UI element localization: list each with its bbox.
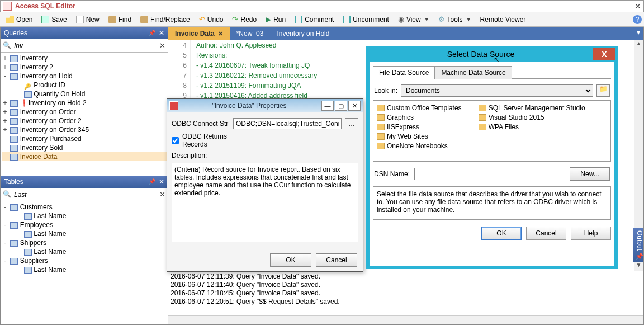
pin-icon[interactable]: 📌 — [149, 178, 155, 185]
tree-item[interactable]: + Inventory on Order — [2, 107, 167, 116]
scroll-up-icon[interactable]: ▲ — [634, 40, 643, 49]
close-tab-icon[interactable]: ✕ — [218, 30, 223, 37]
query-icon — [10, 109, 18, 116]
tree-item[interactable]: - Inventory on Hold — [2, 72, 167, 81]
redo-button[interactable]: ↷Redo — [228, 13, 261, 25]
scroll-down-icon[interactable]: ▼ — [634, 262, 643, 271]
tables-header-label: Tables — [4, 178, 149, 186]
folder-item[interactable]: WPA Files — [479, 123, 585, 131]
tree-item[interactable]: - Shippers — [2, 238, 167, 247]
pin-icon[interactable]: 📌 — [149, 30, 155, 36]
tab-machine-data-source[interactable]: Machine Data Source — [435, 66, 512, 79]
folder-item[interactable]: SQL Server Management Studio — [479, 104, 585, 112]
tree-item[interactable]: Invoice Data — [2, 152, 167, 161]
odbc-connect-input[interactable] — [233, 118, 342, 129]
field-icon — [24, 231, 32, 238]
tree-item[interactable]: + Inventory on Order 2 — [2, 116, 167, 125]
odbc-browse-button[interactable]: … — [345, 118, 358, 129]
tree-item[interactable]: Last Name — [2, 265, 167, 274]
dialog-icon — [169, 101, 178, 110]
folder-item[interactable]: IISExpress — [377, 123, 462, 131]
data-source-cancel-button[interactable]: Cancel — [526, 227, 566, 240]
tree-item[interactable]: + Inventory 2 — [2, 63, 167, 72]
undo-button[interactable]: ↶Undo — [195, 13, 228, 25]
new-button[interactable]: New — [72, 14, 103, 25]
save-button[interactable]: Save — [37, 14, 70, 25]
close-button[interactable]: ✕ — [348, 101, 361, 111]
remote-viewer-button[interactable]: Remote Viewer — [476, 14, 530, 25]
tree-item[interactable]: Product ID — [2, 81, 167, 90]
tab-file-data-source[interactable]: File Data Source — [373, 66, 435, 79]
data-source-titlebar[interactable]: Select Data Source ↖ X — [366, 46, 618, 62]
clear-icon[interactable]: ✕ — [159, 190, 165, 199]
folder-list[interactable]: Custom Office TemplatesGraphicsIISExpres… — [373, 100, 611, 162]
maximize-button[interactable]: ▢ — [335, 101, 347, 111]
close-button[interactable]: X — [593, 48, 615, 60]
view-button[interactable]: ◉View▼ — [394, 13, 433, 25]
odbc-returns-checkbox[interactable] — [172, 137, 179, 144]
tree-item[interactable]: - Suppliers — [2, 256, 167, 265]
lookin-select[interactable]: Documents — [401, 84, 593, 97]
run-button[interactable]: ▶Run — [262, 13, 290, 25]
properties-ok-button[interactable]: OK — [270, 253, 311, 267]
folder-icon — [377, 143, 385, 149]
tree-item[interactable]: Inventory Purchased — [2, 134, 167, 143]
help-icon[interactable]: ? — [633, 15, 642, 24]
editor-tab[interactable]: Invoice Data✕ — [168, 27, 230, 40]
output-tab[interactable]: Output 📌 ✕ — [633, 228, 643, 262]
query-icon — [10, 55, 18, 62]
folder-item[interactable]: My Web Sites — [377, 133, 462, 140]
editor-tab[interactable]: *New_03 — [230, 27, 271, 40]
folder-icon — [479, 124, 486, 130]
window-close-icon[interactable]: ✕ — [634, 2, 641, 11]
tree-item[interactable]: Last Name — [2, 247, 167, 256]
query-icon — [10, 145, 18, 152]
horizontal-scrollbar[interactable] — [168, 315, 643, 324]
tree-item[interactable]: Inventory Sold — [2, 143, 167, 152]
close-panel-icon[interactable]: ✕ — [159, 29, 164, 37]
new-dsn-button[interactable]: New... — [570, 167, 610, 181]
search-icon: 🔍 — [3, 190, 12, 199]
tree-item[interactable]: Quantity On Hold — [2, 90, 167, 98]
minimize-button[interactable]: — — [321, 101, 334, 111]
tree-item[interactable]: - Employees — [2, 220, 167, 229]
close-panel-icon[interactable]: ✕ — [159, 178, 164, 186]
tree-item[interactable]: + Inventory — [2, 54, 167, 63]
folder-open-icon — [6, 16, 14, 23]
tree-item[interactable]: Last Name — [2, 229, 167, 238]
folder-item[interactable]: OneNote Notebooks — [377, 142, 462, 150]
folder-item[interactable]: Visual Studio 2015 — [479, 114, 585, 121]
tree-item[interactable]: + Inventory on Order 345 — [2, 125, 167, 134]
folder-icon — [377, 105, 385, 111]
tree-item[interactable]: Last Name — [2, 211, 167, 220]
tools-button[interactable]: ⚙Tools▼ — [434, 13, 475, 25]
comment-button[interactable]: Comment — [291, 14, 338, 25]
description-textarea[interactable]: (Criteria) Record source for Invoice rep… — [172, 163, 358, 242]
find-replace-button[interactable]: Find/Replace — [136, 14, 194, 25]
log-line: 2016-06-07 12:11:40: Query "Invoice Data… — [171, 281, 641, 289]
tree-item[interactable]: - Customers — [2, 202, 167, 211]
folder-item[interactable]: Graphics — [377, 114, 462, 121]
tables-tree[interactable]: - Customers Last Name- Employees Last Na… — [1, 201, 168, 324]
dsn-name-input[interactable] — [414, 168, 565, 180]
properties-cancel-button[interactable]: Cancel — [316, 253, 357, 267]
tabstrip-dropdown-icon[interactable]: ▾ — [633, 27, 643, 40]
data-source-help-button[interactable]: Help — [571, 227, 611, 240]
up-directory-icon[interactable]: 📁 — [596, 84, 610, 97]
queries-tree[interactable]: + Inventory+ Inventory 2- Inventory on H… — [1, 53, 168, 176]
data-source-ok-button[interactable]: OK — [481, 227, 522, 240]
queries-filter-input[interactable] — [14, 42, 157, 50]
properties-dialog-titlebar[interactable]: "Invoice Data" Properties — ▢ ✕ — [167, 99, 363, 112]
open-button[interactable]: Open — [2, 14, 36, 25]
search-icon: 🔍 — [3, 41, 12, 50]
help-text: Select the file data source that describ… — [373, 186, 611, 220]
find-button[interactable]: Find — [105, 14, 135, 25]
folder-item[interactable]: Custom Office Templates — [377, 104, 462, 112]
folder-icon — [377, 114, 385, 121]
editor-tab[interactable]: Inventory on Hold — [270, 27, 336, 40]
tree-item[interactable]: + ❗Inventory on Hold 2 — [2, 98, 167, 107]
uncomment-button[interactable]: Uncomment — [339, 14, 393, 25]
clear-icon[interactable]: ✕ — [159, 41, 165, 50]
editor-tabstrip: Invoice Data✕*New_03Inventory on Hold ▾ — [168, 27, 643, 40]
tables-filter-input[interactable] — [14, 191, 157, 199]
